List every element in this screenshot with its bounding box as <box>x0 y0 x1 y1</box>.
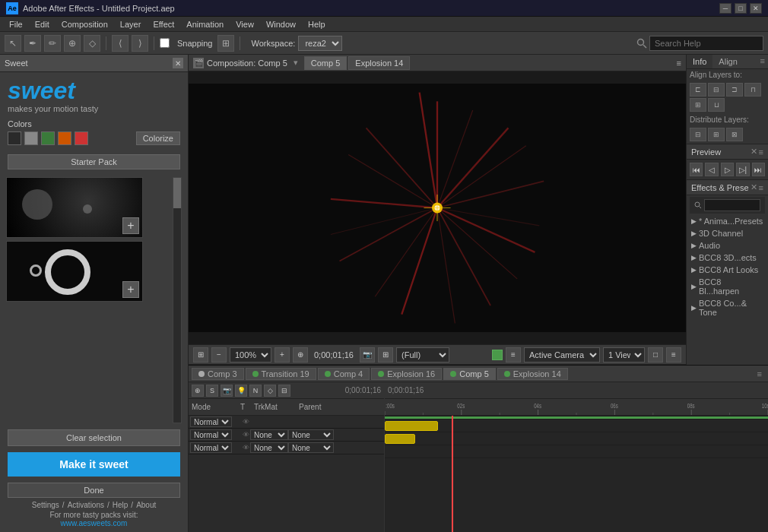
comp-ctrl-color[interactable] <box>492 350 503 360</box>
sweet-panel-close[interactable]: ✕ <box>173 58 183 68</box>
preset-item-1[interactable]: + <box>6 177 143 238</box>
distribute-h-btn[interactable]: ⊟ <box>690 128 706 141</box>
align-center-v-btn[interactable]: ⊞ <box>690 98 706 112</box>
tab-info[interactable]: Info <box>687 55 712 68</box>
swatch-black[interactable] <box>8 131 21 145</box>
tl-ctrl-adj[interactable]: ⊟ <box>278 385 290 397</box>
comp-ctrl-grid2[interactable]: ⊞ <box>378 347 393 363</box>
tl-ctrl-light[interactable]: 💡 <box>235 385 247 397</box>
trkmat-select-3[interactable]: None <box>250 442 288 453</box>
comp-ctrl-options[interactable]: ≡ <box>506 347 521 363</box>
prev-fwd-btn[interactable]: ▷| <box>736 163 749 176</box>
clear-selection-btn[interactable]: Clear selection <box>8 429 180 446</box>
comp-ctrl-grid[interactable]: ⊞ <box>193 347 208 363</box>
prev-first-btn[interactable]: ⏮ <box>690 163 703 176</box>
tool-next-frame[interactable]: ⟩ <box>132 35 148 52</box>
layer-eye-2[interactable]: 👁 <box>241 431 250 439</box>
link-help[interactable]: Help <box>113 501 129 509</box>
tl-tab-comp5[interactable]: Comp 5 <box>443 368 496 380</box>
parent-select-2[interactable]: None <box>288 429 334 440</box>
tl-ctrl-solo[interactable]: S <box>206 385 218 397</box>
tool-brush[interactable]: ✏ <box>44 35 61 52</box>
tl-tab-explosion16[interactable]: Explosion 16 <box>371 368 442 380</box>
panel-menu-btn[interactable]: ≡ <box>757 55 768 68</box>
comp-ctrl-expand[interactable]: □ <box>648 347 663 363</box>
maximize-btn[interactable]: □ <box>735 3 747 14</box>
view-select[interactable]: 1 View <box>603 347 645 363</box>
mode-select-2[interactable]: Normal <box>190 429 232 440</box>
menu-file[interactable]: File <box>3 18 29 30</box>
prev-play-btn[interactable]: ▷ <box>721 163 734 176</box>
close-btn[interactable]: ✕ <box>750 3 762 14</box>
clip-1a[interactable] <box>385 421 438 431</box>
align-left-btn[interactable]: ⊏ <box>690 83 706 97</box>
sweet-promo-url[interactable]: www.aesweets.com <box>8 519 180 527</box>
tl-ctrl-camera[interactable]: 📷 <box>221 385 233 397</box>
align-center-h-btn[interactable]: ⊟ <box>708 83 725 97</box>
menu-help[interactable]: Help <box>302 18 332 30</box>
swatch-green[interactable] <box>41 131 55 145</box>
comp-tab-comp5[interactable]: Comp 5 <box>304 56 348 70</box>
tl-menu-btn[interactable]: ≡ <box>754 369 765 378</box>
effect-cat-bcc8-bl[interactable]: ▶ BCC8 Bl...harpen <box>687 276 768 297</box>
minimize-btn[interactable]: ─ <box>719 3 732 14</box>
comp-ctrl-more[interactable]: ≡ <box>666 347 681 363</box>
menu-view[interactable]: View <box>230 18 260 30</box>
layer-eye-3[interactable]: 👁 <box>241 444 250 451</box>
tool-arrow[interactable]: ↖ <box>5 35 21 52</box>
swatch-red[interactable] <box>75 131 88 145</box>
comp-ctrl-zoom-in[interactable]: + <box>275 347 290 363</box>
tl-ctrl-new-comp[interactable]: ⊕ <box>192 385 204 397</box>
preset2-add-btn[interactable]: + <box>122 281 139 298</box>
tool-pen[interactable]: ✒ <box>24 35 41 52</box>
preview-expand-btn[interactable]: ≡ <box>759 147 763 157</box>
effects-search-input[interactable] <box>704 199 760 211</box>
comp-ctrl-fit[interactable]: ⊕ <box>293 347 308 363</box>
clip-2a[interactable] <box>385 434 415 444</box>
playhead[interactable] <box>452 416 453 532</box>
tool-shape[interactable]: ◇ <box>84 35 100 52</box>
align-top-btn[interactable]: ⊓ <box>744 83 761 97</box>
effect-cat-bcc8-co[interactable]: ▶ BCC8 Co...& Tone <box>687 297 768 318</box>
tl-tab-explosion14[interactable]: Explosion 14 <box>497 368 568 380</box>
snapping-icon[interactable]: ⊞ <box>217 35 234 52</box>
link-about[interactable]: About <box>136 501 156 509</box>
preset-item-2[interactable]: + <box>6 241 143 302</box>
align-bottom-btn[interactable]: ⊔ <box>708 98 725 112</box>
tl-ctrl-shape[interactable]: ◇ <box>264 385 276 397</box>
menu-effect[interactable]: Effect <box>147 18 180 30</box>
comp-tab-explosion14[interactable]: Explosion 14 <box>348 56 410 70</box>
trkmat-select-2[interactable]: None <box>250 429 288 440</box>
comp-panel-menu[interactable]: ≡ <box>677 59 681 68</box>
mode-select-3[interactable]: Normal <box>190 442 232 453</box>
effects-expand-btn[interactable]: ≡ <box>759 183 763 192</box>
effect-cat-anima[interactable]: ▶ * Anima...Presets <box>687 215 768 227</box>
search-input[interactable] <box>649 36 763 51</box>
snapping-checkbox[interactable] <box>160 38 170 48</box>
effect-cat-3d[interactable]: ▶ 3D Channel <box>687 227 768 239</box>
link-settings[interactable]: Settings <box>32 501 59 509</box>
effect-cat-audio[interactable]: ▶ Audio <box>687 239 768 252</box>
colorize-btn[interactable]: Colorize <box>136 131 180 145</box>
effects-menu-btn[interactable]: ✕ <box>751 182 757 192</box>
swatch-gray[interactable] <box>24 131 38 145</box>
tool-prev-frame[interactable]: ⟨ <box>112 35 129 52</box>
zoom-select[interactable]: 100% <box>230 347 271 363</box>
menu-window[interactable]: Window <box>260 18 302 30</box>
preset1-add-btn[interactable]: + <box>122 217 139 234</box>
workspace-select[interactable]: reza2 <box>298 36 342 51</box>
quality-select[interactable]: (Full) <box>396 347 449 363</box>
effect-cat-bcc8-art[interactable]: ▶ BCC8 Art Looks <box>687 264 768 276</box>
align-right-btn[interactable]: ⊐ <box>726 83 743 97</box>
camera-select[interactable]: Active Camera <box>524 347 600 363</box>
parent-select-3[interactable]: None <box>288 442 334 453</box>
presets-scrollbar[interactable] <box>173 177 182 423</box>
comp-ctrl-camera[interactable]: 📷 <box>360 347 375 363</box>
tool-stamp[interactable]: ⊕ <box>64 35 81 52</box>
tl-tab-comp3[interactable]: Comp 3 <box>192 368 244 380</box>
done-btn[interactable]: Done <box>8 483 180 498</box>
tl-ctrl-null[interactable]: N <box>249 385 262 397</box>
distribute-v-btn[interactable]: ⊞ <box>708 128 725 141</box>
tl-tab-comp4[interactable]: Comp 4 <box>318 368 370 380</box>
mode-select-1[interactable]: Normal <box>190 416 232 427</box>
